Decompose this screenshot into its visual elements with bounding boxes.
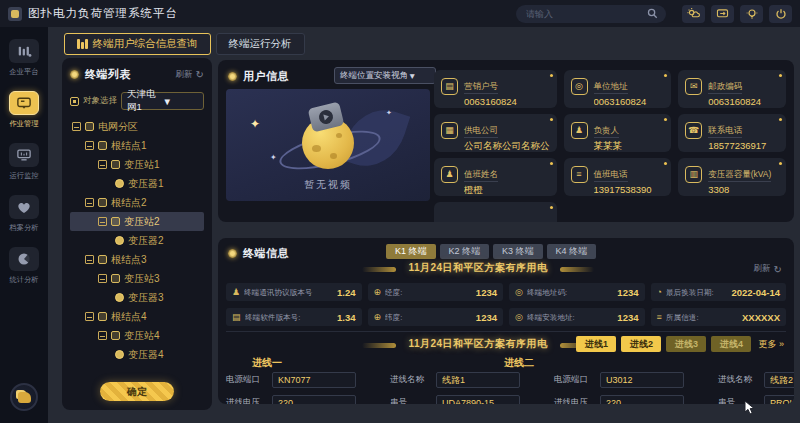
duty-person-icon: ♟ — [441, 166, 458, 183]
collapse-icon[interactable] — [85, 312, 94, 321]
field-address-code: ◎终端地址码:1234 — [509, 283, 645, 301]
grid-select-dropdown[interactable]: 天津电网1 ▼ — [121, 92, 204, 110]
field-install-address: ◎终端安装地址:1234 — [509, 308, 645, 326]
tree-node-root4[interactable]: 根结点4 — [70, 307, 204, 326]
star-icon: ✦ — [386, 109, 392, 117]
weather-icon-button[interactable] — [682, 5, 705, 23]
app-title: 图扑电力负荷管理系统平台 — [28, 6, 178, 21]
tree-node-station1[interactable]: 变压站1 — [70, 155, 204, 174]
terminal-refresh-button[interactable]: 刷新 ↻ — [754, 263, 782, 275]
tab-k2-terminal[interactable]: K2 终端 — [440, 244, 490, 259]
grid-select-value: 天津电网1 — [127, 88, 163, 114]
search-input[interactable] — [524, 8, 647, 20]
user-info-title: 用户信息 — [243, 69, 289, 84]
line3-button[interactable]: 进线3 — [666, 336, 706, 352]
confirm-button[interactable]: 确定 — [100, 382, 174, 401]
sidebar-item-label: 运行监控 — [2, 171, 45, 181]
power-port-input-line1[interactable] — [272, 372, 356, 388]
tree-node-transformer4[interactable]: 变压器4 — [70, 345, 204, 364]
tree-node-root1[interactable]: 根结点1 — [70, 136, 204, 155]
collapse-icon[interactable] — [85, 255, 94, 264]
transformer-icon — [115, 236, 124, 245]
user-info-panel: 用户信息 终端位置安装视角 ▼ ✦ ✦ ✦ 暂无视频 ▤ 营销户号0063160… — [218, 60, 794, 222]
terminal-info-title: 终端信息 — [243, 246, 289, 261]
sidebar-item-statistics[interactable]: 统计分析 — [0, 247, 48, 285]
tree-node-station4[interactable]: 变压站4 — [70, 326, 204, 345]
terminal-k-tabs: K1 终端 K2 终端 K3 终端 K4 终端 — [386, 244, 596, 259]
sidebar-item-work-management[interactable]: 作业管理 — [0, 91, 48, 129]
marker-icon: ◎ — [515, 287, 523, 297]
panel-dot-icon — [228, 72, 237, 81]
monitor-icon — [9, 143, 39, 167]
field-latitude: ⊕纬度:1234 — [368, 308, 504, 326]
scheme-banner: 11月24日和平区方案有序用电 — [368, 261, 588, 275]
field-last-replace-date: ◔最后换装日期:2022-04-14 — [651, 283, 787, 301]
line-forms: 电源端口 进线名称 电源端口 进线名称 进线电压 串号 进线电压 串号 — [226, 372, 786, 404]
sidebar-item-archive-analysis[interactable]: 档案分析 — [0, 195, 48, 233]
tree-node-root3[interactable]: 根结点3 — [70, 250, 204, 269]
collapse-icon[interactable] — [98, 217, 107, 226]
tab-terminal-user-query[interactable]: 终端用户综合信息查询 — [64, 33, 211, 55]
global-search[interactable] — [516, 5, 666, 23]
tab-label: 终端用户综合信息查询 — [93, 37, 198, 51]
tree-node-transformer1[interactable]: 变压器1 — [70, 174, 204, 193]
tab-label: 终端运行分析 — [229, 37, 292, 51]
line-voltage-input-line1[interactable] — [272, 395, 356, 404]
tree-node-station3[interactable]: 变压站3 — [70, 269, 204, 288]
tree-node-root2[interactable]: 根结点2 — [70, 193, 204, 212]
tree-node-grid-zone[interactable]: 电网分区 — [70, 117, 204, 136]
info-card-marketing-account: ▤ 营销户号0063160824 — [434, 70, 557, 108]
collapse-icon[interactable] — [98, 274, 107, 283]
line2-button[interactable]: 进线2 — [621, 336, 661, 352]
info-card-transformer-capacity: ▥ 变压器容量(kVA)3308 — [678, 158, 786, 196]
field-label: 进线名称 — [390, 374, 436, 386]
field-label: 进线电压 — [554, 397, 600, 404]
tree-refresh-button[interactable]: 刷新 ↻ — [176, 69, 204, 81]
field-software-version: ▤终端软件版本号:1.34 — [226, 308, 362, 326]
tree-node-transformer3[interactable]: 变压器3 — [70, 288, 204, 307]
tab-terminal-run-analysis[interactable]: 终端运行分析 — [216, 33, 305, 55]
serial-input-line1[interactable] — [436, 395, 520, 404]
line-voltage-input-line2[interactable] — [600, 395, 684, 404]
tree-node-station2-selected[interactable]: 变压站2 — [70, 212, 204, 231]
collapse-icon[interactable] — [98, 160, 107, 169]
line4-button[interactable]: 进线4 — [711, 336, 751, 352]
field-label: 进线电压 — [226, 397, 272, 404]
collapse-icon[interactable] — [85, 198, 94, 207]
station-icon — [111, 217, 120, 226]
terminal-info-panel: 终端信息 K1 终端 K2 终端 K3 终端 K4 终端 11月24日和平区方案… — [218, 238, 794, 404]
info-card-responsible-person: ♟ 负责人某某某 — [564, 114, 672, 152]
root-node-icon — [98, 255, 107, 264]
sidebar-item-enterprise-platform[interactable]: 企业平台 — [0, 39, 48, 77]
screen-switch-icon-button[interactable] — [711, 5, 734, 23]
chevron-down-icon: ▼ — [163, 96, 199, 107]
line-group2-title: 进线二 — [504, 356, 534, 370]
marker-icon: ◎ — [515, 312, 523, 322]
collapse-icon[interactable] — [98, 331, 107, 340]
collapse-icon[interactable] — [85, 141, 94, 150]
star-icon: ✦ — [270, 153, 277, 162]
tab-k1-terminal[interactable]: K1 终端 — [386, 244, 436, 259]
duty-phone-icon: ≡ — [571, 166, 588, 183]
serial-input-line2[interactable] — [764, 395, 794, 404]
info-card-unit-address: ◎ 单位地址0063160824 — [564, 70, 672, 108]
sidebar-item-run-monitor[interactable]: 运行监控 — [0, 143, 48, 181]
line-name-input-line1[interactable] — [436, 372, 520, 388]
root-node-icon — [98, 198, 107, 207]
transformer-icon — [115, 179, 124, 188]
collapse-icon[interactable] — [72, 122, 81, 131]
info-card-contact-phone: ☎ 联系电话18577236917 — [678, 114, 786, 152]
tree-node-transformer2[interactable]: 变压器2 — [70, 231, 204, 250]
power-icon-button[interactable] — [769, 5, 792, 23]
tab-k4-terminal[interactable]: K4 终端 — [547, 244, 597, 259]
station-icon — [111, 331, 120, 340]
line1-button[interactable]: 进线1 — [576, 336, 616, 352]
power-port-input-line2[interactable] — [600, 372, 684, 388]
view-angle-dropdown[interactable]: 终端位置安装视角 ▼ — [334, 67, 436, 84]
line-name-input-line2[interactable] — [764, 372, 794, 388]
tab-k3-terminal[interactable]: K3 终端 — [493, 244, 543, 259]
bar-chart-icon — [9, 39, 39, 63]
bulb-icon-button[interactable] — [740, 5, 763, 23]
more-link[interactable]: 更多 » — [758, 338, 784, 351]
object-select-icon — [70, 97, 79, 106]
